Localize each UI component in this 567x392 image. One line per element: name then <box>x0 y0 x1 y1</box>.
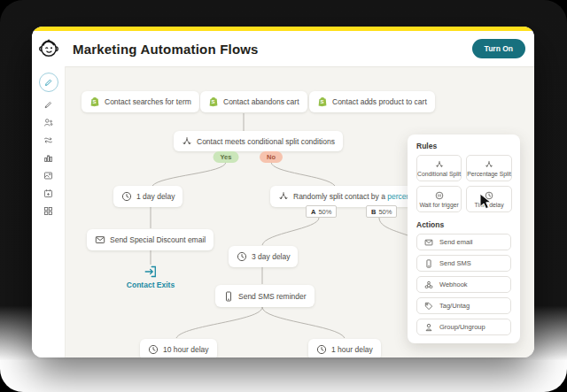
action-tile-send-sms[interactable]: Send SMS <box>416 255 511 272</box>
rules-section-title: Rules <box>416 142 511 150</box>
action-tile-send-email[interactable]: Send email <box>416 234 511 250</box>
clock-icon <box>237 251 247 262</box>
node-label: 3 day delay <box>252 252 290 261</box>
node-label: 10 hour delay <box>163 345 209 354</box>
no-branch-badge[interactable]: No <box>260 151 283 163</box>
node-label: Contact searches for term <box>105 97 191 106</box>
action-tile-tag-untag[interactable]: Tag/Untag <box>416 297 511 314</box>
send-email-node[interactable]: Send Special Discount email <box>87 229 214 250</box>
split-icon <box>435 160 444 169</box>
node-label: Send SMS reminder <box>238 292 307 301</box>
node-label: Contact abandons cart <box>223 97 299 106</box>
rule-tile-conditional-split[interactable]: Conditional Split <box>416 155 462 181</box>
node-label: Contact meets conditional split conditio… <box>197 137 335 146</box>
tile-label: Percentage Split <box>467 171 511 177</box>
node-label: 1 day delay <box>136 192 175 201</box>
actions-list: Send email Send SMS Webhook Tag/Untag Gr… <box>416 234 511 335</box>
split-icon <box>278 191 289 202</box>
blocks-panel: Rules Conditional Split Percentage Split… <box>408 135 520 343</box>
trigger-node-abandons-cart[interactable]: Contact abandons cart <box>200 91 307 112</box>
send-sms-node[interactable]: Send SMS reminder <box>215 285 315 307</box>
rule-tile-percentage-split[interactable]: Percentage Split <box>466 155 512 181</box>
envelope-icon <box>424 238 433 247</box>
clock-icon <box>316 344 327 355</box>
app-window: Marketing Automation Flows Turn On <box>32 27 534 357</box>
actions-section-title: Actions <box>416 220 511 229</box>
node-label: 1 hour delay <box>331 345 373 354</box>
tile-label: Group/Ungroup <box>439 323 485 331</box>
split-icon <box>485 160 493 169</box>
exit-icon <box>144 265 157 278</box>
delay-1day-node[interactable]: 1 day delay <box>113 186 183 207</box>
tile-label: Tag/Untag <box>439 302 470 310</box>
rules-grid: Conditional Split Percentage Split Wait … <box>416 155 511 212</box>
delay-3day-node[interactable]: 3 day delay <box>229 246 298 267</box>
branch-b-badge[interactable]: B50% <box>366 205 397 218</box>
tile-label: Wait for trigger <box>419 202 458 208</box>
delay-10hour-node[interactable]: 10 hour delay <box>140 339 217 357</box>
yes-branch-badge[interactable]: Yes <box>214 151 239 163</box>
trigger-node-search[interactable]: Contact searches for term <box>82 91 199 112</box>
node-label: Send Special Discount email <box>110 235 206 244</box>
tag-icon <box>424 302 433 311</box>
tile-label: Conditional Split <box>417 171 461 177</box>
clock-icon <box>121 191 132 202</box>
phone-icon <box>223 291 234 302</box>
branch-a-badge[interactable]: A50% <box>306 205 337 218</box>
tile-label: Send email <box>439 238 473 246</box>
phone-icon <box>424 259 433 268</box>
rule-tile-wait-for-trigger[interactable]: Wait for trigger <box>416 186 462 212</box>
trigger-node-adds-product[interactable]: Contact adds product to cart <box>309 91 435 112</box>
shopify-icon <box>208 96 219 107</box>
mouse-cursor-icon <box>479 193 492 210</box>
node-label: Contact adds product to cart <box>332 97 427 106</box>
conditional-split-node[interactable]: Contact meets conditional split conditio… <box>174 131 343 151</box>
contact-exits-label: Contact Exits <box>115 281 186 289</box>
clock-icon <box>148 344 159 355</box>
page-background: Marketing Automation Flows Turn On <box>0 0 567 392</box>
pause-icon <box>435 191 444 200</box>
split-icon <box>182 136 192 147</box>
shopify-icon <box>317 96 328 107</box>
delay-1hour-node[interactable]: 1 hour delay <box>308 339 381 357</box>
node-label: Randomly split contact by a percentage <box>293 192 425 201</box>
action-tile-webhook[interactable]: Webhook <box>416 276 511 293</box>
webhook-icon <box>424 281 433 289</box>
tile-label: Webhook <box>439 281 468 288</box>
shopify-icon <box>89 96 100 107</box>
person-icon <box>424 323 433 332</box>
action-tile-group-ungroup[interactable]: Group/Ungroup <box>416 319 511 335</box>
envelope-icon <box>95 234 105 245</box>
tile-label: Send SMS <box>439 259 471 267</box>
